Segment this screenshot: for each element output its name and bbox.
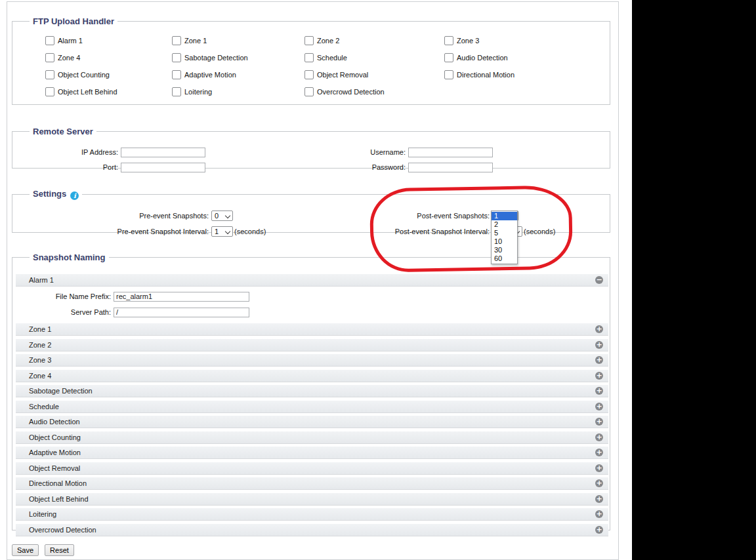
accordion-row[interactable]: Object Left Behind + [16, 493, 608, 506]
accordion-row-label: Object Removal [29, 462, 80, 475]
accordion-row[interactable]: Sabotage Detection + [16, 385, 608, 397]
select-value: 1 [215, 228, 219, 236]
dropdown-option[interactable]: 30 [492, 246, 517, 254]
event-checkbox-row[interactable]: Directional Motion [444, 70, 610, 79]
expand-icon[interactable]: + [595, 356, 603, 364]
accordion-row[interactable]: Directional Motion + [16, 477, 608, 490]
page-container: FTP Upload Handler Alarm 1 Zone 1 [0, 0, 632, 560]
screen: FTP Upload Handler Alarm 1 Zone 1 [0, 0, 756, 560]
expand-icon[interactable]: + [595, 526, 603, 534]
expand-icon[interactable]: + [595, 479, 603, 487]
event-checkbox-row[interactable]: Object Left Behind [45, 87, 172, 96]
pre-event-snapshots-label: Pre-event Snapshots: [18, 212, 209, 220]
event-checkbox-row[interactable]: Audio Detection [444, 53, 610, 62]
checkbox[interactable] [304, 87, 314, 96]
accordion-row[interactable]: Zone 3 + [16, 354, 608, 367]
save-button[interactable]: Save [12, 544, 39, 556]
checkbox[interactable] [172, 70, 181, 79]
collapse-icon[interactable]: − [595, 276, 603, 284]
password-field[interactable] [408, 163, 493, 172]
checkbox[interactable] [304, 70, 314, 79]
expand-icon[interactable]: + [595, 403, 603, 410]
event-checkbox-row[interactable]: Loitering [172, 87, 304, 96]
accordion-row-label: Overcrowd Detection [29, 524, 96, 536]
checkbox-label: Directional Motion [457, 71, 514, 79]
event-checkbox-row[interactable]: Zone 4 [45, 53, 172, 62]
event-checkbox-row[interactable]: Alarm 1 [45, 36, 172, 45]
info-icon[interactable]: i [70, 191, 79, 200]
checkbox[interactable] [172, 36, 181, 45]
pre-event-snapshots-select[interactable]: 0 [211, 210, 233, 221]
accordion-row-label: Audio Detection [29, 416, 80, 428]
accordion-row[interactable]: Zone 1 + [16, 323, 608, 336]
accordion-row[interactable]: Loitering + [16, 508, 608, 521]
checkbox[interactable] [172, 53, 181, 62]
accordion-row[interactable]: Object Removal + [16, 462, 608, 475]
accordion-row[interactable]: Zone 4 + [16, 370, 608, 382]
accordion-row[interactable]: Object Counting + [16, 431, 608, 444]
checkbox[interactable] [444, 70, 453, 79]
expand-icon[interactable]: + [595, 341, 603, 349]
section-title: Settings [33, 189, 66, 199]
snapshot-naming-section: Snapshot Naming Alarm 1 − File Name Pref… [12, 252, 610, 530]
dropdown-option[interactable]: 60 [492, 254, 517, 263]
accordion-row-alarm1[interactable]: Alarm 1 − [16, 274, 608, 287]
select-value: 0 [215, 212, 219, 220]
checkbox[interactable] [444, 53, 453, 62]
accordion-row[interactable]: Audio Detection + [16, 416, 608, 428]
checkbox[interactable] [172, 87, 181, 96]
accordion-row-label: Object Counting [29, 431, 81, 444]
event-checkbox-row[interactable]: Zone 1 [172, 36, 304, 45]
event-checkbox-row[interactable]: Object Removal [304, 70, 444, 79]
event-checkbox-row[interactable]: Object Counting [45, 70, 172, 79]
checkbox[interactable] [45, 87, 54, 96]
event-checkbox-row[interactable]: Schedule [304, 53, 444, 62]
ftp-upload-handler-section: FTP Upload Handler Alarm 1 Zone 1 [12, 16, 610, 105]
expand-icon[interactable]: + [595, 433, 603, 441]
reset-button[interactable]: Reset [45, 544, 74, 556]
port-field[interactable] [121, 163, 205, 172]
expand-icon[interactable]: + [595, 449, 603, 456]
expand-icon[interactable]: + [595, 325, 603, 333]
expand-icon[interactable]: + [595, 510, 603, 518]
seconds-suffix: (seconds) [234, 228, 266, 235]
dropdown-option[interactable]: 5 [492, 229, 517, 237]
checkbox[interactable] [45, 53, 54, 62]
event-checkbox-row[interactable]: Adaptive Motion [172, 70, 304, 79]
dropdown-option[interactable]: 10 [492, 237, 517, 246]
pre-event-interval-select[interactable]: 1 [211, 226, 233, 237]
event-checkbox-row[interactable]: Overcrowd Detection [304, 87, 444, 96]
password-label: Password: [304, 163, 406, 171]
section-legend: Snapshot Naming [30, 252, 109, 262]
chevron-down-icon [225, 213, 230, 218]
checkbox[interactable] [304, 36, 314, 45]
accordion-row-label: Adaptive Motion [29, 447, 81, 459]
checkbox[interactable] [45, 36, 54, 45]
accordion-row[interactable]: Overcrowd Detection + [16, 524, 608, 536]
event-checkbox-row[interactable]: Sabotage Detection [172, 53, 304, 62]
checkbox-label: Zone 2 [317, 37, 339, 45]
server-path-label: Server Path: [16, 308, 111, 316]
checkbox[interactable] [444, 36, 453, 45]
expand-icon[interactable]: + [595, 387, 603, 395]
ip-address-field[interactable] [121, 148, 205, 157]
accordion-row[interactable]: Schedule + [16, 401, 608, 413]
expand-icon[interactable]: + [595, 495, 603, 503]
event-checkbox-row[interactable]: Zone 2 [304, 36, 444, 45]
event-checkbox-row[interactable]: Zone 3 [444, 36, 610, 45]
checkbox[interactable] [45, 70, 54, 79]
expand-icon[interactable]: + [595, 372, 603, 380]
expand-icon[interactable]: + [595, 464, 603, 472]
section-legend: FTP Upload Handler [30, 16, 117, 26]
accordion-row[interactable]: Zone 2 + [16, 339, 608, 351]
username-field[interactable] [408, 148, 493, 157]
file-name-prefix-field[interactable] [114, 292, 249, 302]
accordion-row-label: Zone 3 [29, 354, 51, 367]
server-path-field[interactable] [114, 308, 249, 317]
checkbox[interactable] [304, 53, 314, 62]
dropdown-option[interactable]: 1 [492, 212, 517, 220]
checkbox-grid: Alarm 1 Zone 1 Zone 2 Zone 3 [45, 36, 610, 96]
dropdown-option[interactable]: 2 [492, 220, 517, 229]
expand-icon[interactable]: + [595, 418, 603, 426]
accordion-row[interactable]: Adaptive Motion + [16, 447, 608, 459]
